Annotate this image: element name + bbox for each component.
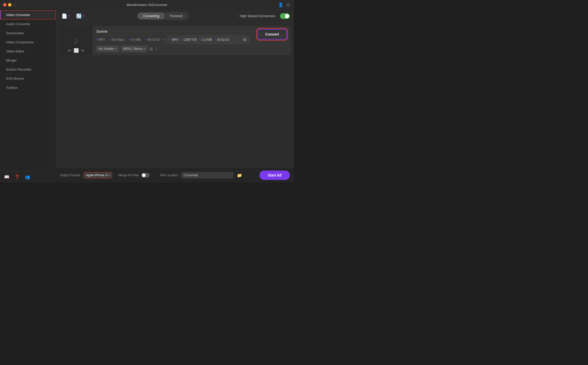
add-file-icon: 📄 xyxy=(61,13,67,19)
output-resolution-item: 1280*720 xyxy=(181,38,197,42)
output-size: 2.0 MB xyxy=(202,38,212,42)
output-format-item: MP4 xyxy=(170,38,178,42)
input-duration-item: 00:02:02 xyxy=(145,38,160,42)
sidebar-item-screen-recorder[interactable]: Screen Recorder xyxy=(0,65,56,74)
book-icon[interactable]: 📖 xyxy=(4,174,9,179)
crop-button[interactable]: ⬜ xyxy=(74,48,79,53)
output-resolution: 1280*720 xyxy=(183,38,197,42)
sidebar-item-merger[interactable]: Merger xyxy=(0,56,56,65)
tab-converting[interactable]: Converting xyxy=(138,13,165,19)
sidebar-item-video-editor[interactable]: Video Editor xyxy=(0,47,56,56)
input-bitrate: 320 kbps xyxy=(112,38,124,42)
file-card: ♪ ✂ ⬜ ≡ Sonne MP3 xyxy=(59,26,291,55)
users-icon[interactable]: 👥 xyxy=(25,174,30,179)
add-file-chevron: ▾ xyxy=(68,14,70,18)
toolbar: 📄 ▾ 🔄 ▾ Converting Finished High Speed C… xyxy=(56,9,294,23)
help-icon[interactable]: ❓ xyxy=(15,174,20,179)
input-meta: MP3 320 kbps 4.9 MB xyxy=(96,38,160,42)
sidebar-item-toolbox[interactable]: Toolbox xyxy=(0,83,56,92)
output-info: MP4 1280*720 2.0 MB xyxy=(167,35,250,44)
effects-button[interactable]: ≡ xyxy=(81,48,84,53)
hsc-toggle[interactable] xyxy=(280,13,290,19)
hsc-label: High Speed Conversion xyxy=(240,14,275,18)
input-format: MP3 xyxy=(98,38,105,42)
output-duration-item: 00:02:02 xyxy=(215,38,229,42)
output-format-select[interactable]: Apple iPhone X ▾ xyxy=(84,172,112,178)
trim-button[interactable]: ✂ xyxy=(68,48,71,53)
sidebar-item-video-compressor[interactable]: Video Compressor xyxy=(0,38,56,47)
more-options-button[interactable]: ⋮ xyxy=(155,47,158,51)
file-list-area: ♪ ✂ ⬜ ≡ Sonne MP3 xyxy=(56,23,294,168)
audio-chevron: ▾ xyxy=(143,47,145,51)
sidebar-item-dvd-burner[interactable]: DVD Burner xyxy=(0,74,56,83)
file-row1: MP3 320 kbps 4.9 MB xyxy=(96,35,250,44)
sidebar-item-video-converter[interactable]: Video Converter xyxy=(0,10,56,19)
window-controls xyxy=(3,3,16,6)
music-note-icon: ♪ xyxy=(73,35,78,46)
subtitle-select[interactable]: No Subtitle ▾ xyxy=(96,46,119,52)
file-info: Sonne MP3 320 kbps xyxy=(93,26,253,55)
sidebar-item-audio-converter[interactable]: Audio Converter xyxy=(0,19,56,29)
sidebar-bottom: 📖 ❓ 👥 xyxy=(0,171,56,182)
titlebar: Wondershare UniConverter 👤 ⊡ xyxy=(0,0,294,9)
out-dot-res xyxy=(181,39,182,40)
input-duration: 00:02:02 xyxy=(147,38,160,42)
output-format-label: Output Format: xyxy=(60,173,81,177)
maximize-button[interactable] xyxy=(13,3,16,6)
input-size-item: 4.9 MB xyxy=(129,38,141,42)
window-icon[interactable]: ⊡ xyxy=(286,2,290,7)
file-row2: No Subtitle ▾ MPA3, Stereo ▾ ⊡ ⋮ xyxy=(96,46,250,52)
subtitle-value: No Subtitle xyxy=(99,47,114,51)
merge-toggle[interactable] xyxy=(141,173,150,178)
close-button[interactable] xyxy=(3,3,6,6)
output-format-value: Apple iPhone X xyxy=(86,173,107,177)
dot-duration xyxy=(145,39,146,40)
file-location-input[interactable] xyxy=(181,172,233,178)
bottom-bar: Output Format: Apple iPhone X ▾ Merge Al… xyxy=(56,168,294,182)
dot-size xyxy=(129,39,130,40)
file-actions-right: Convert xyxy=(253,26,291,55)
sidebar-item-downloader[interactable]: Downloader xyxy=(0,29,56,38)
app-title: Wondershare UniConverter xyxy=(127,3,168,7)
convert-button[interactable]: Convert xyxy=(257,29,287,39)
out-dot-size xyxy=(200,39,201,40)
tab-finished[interactable]: Finished xyxy=(165,13,188,19)
profile-icon[interactable]: 👤 xyxy=(278,2,283,7)
output-meta: MP4 1280*720 2.0 MB xyxy=(170,38,240,42)
audio-value: MPA3, Stereo xyxy=(123,47,142,51)
main-layout: Video Converter Audio Converter Download… xyxy=(0,9,294,182)
start-all-button[interactable]: Start All xyxy=(259,171,290,180)
add-media-icon: 🔄 xyxy=(76,13,82,19)
conversion-tabs: Converting Finished xyxy=(137,12,188,20)
add-file-button[interactable]: 📄 ▾ xyxy=(60,12,71,20)
add-media-button[interactable]: 🔄 ▾ xyxy=(74,12,86,20)
dot-format xyxy=(96,39,97,40)
output-format: MP4 xyxy=(172,38,178,42)
browse-folder-button[interactable]: 📁 xyxy=(236,172,243,178)
output-duration: 00:02:02 xyxy=(217,38,229,42)
add-media-chevron: ▾ xyxy=(83,14,84,18)
preview-button[interactable]: ⊡ xyxy=(149,47,153,51)
dot-bitrate xyxy=(110,39,111,40)
output-settings-button[interactable]: ⚙ xyxy=(243,37,247,42)
bottom-right: Start All xyxy=(259,171,290,180)
minimize-button[interactable] xyxy=(8,3,11,6)
file-thumbnail: ♪ ✂ ⬜ ≡ xyxy=(59,26,93,55)
input-format-item: MP3 xyxy=(96,38,105,42)
input-bitrate-item: 320 kbps xyxy=(110,38,124,42)
subtitle-chevron: ▾ xyxy=(115,47,117,51)
audio-select[interactable]: MPA3, Stereo ▾ xyxy=(121,46,147,52)
file-location-label: File Location: xyxy=(160,173,179,177)
sidebar: Video Converter Audio Converter Download… xyxy=(0,9,56,182)
file-name: Sonne xyxy=(96,29,250,33)
content-area: 📄 ▾ 🔄 ▾ Converting Finished High Speed C… xyxy=(56,9,294,182)
out-dot-format xyxy=(170,39,171,40)
merge-label: Merge All Files xyxy=(118,173,139,177)
output-size-item: 2.0 MB xyxy=(200,38,212,42)
thumbnail-actions: ✂ ⬜ ≡ xyxy=(59,48,93,53)
arrow-right-icon: ⇢ xyxy=(161,37,165,43)
titlebar-right-icons: 👤 ⊡ xyxy=(278,2,290,7)
folder-icon: 📁 xyxy=(237,173,242,178)
out-dot-dur xyxy=(215,39,216,40)
input-size: 4.9 MB xyxy=(131,38,141,42)
